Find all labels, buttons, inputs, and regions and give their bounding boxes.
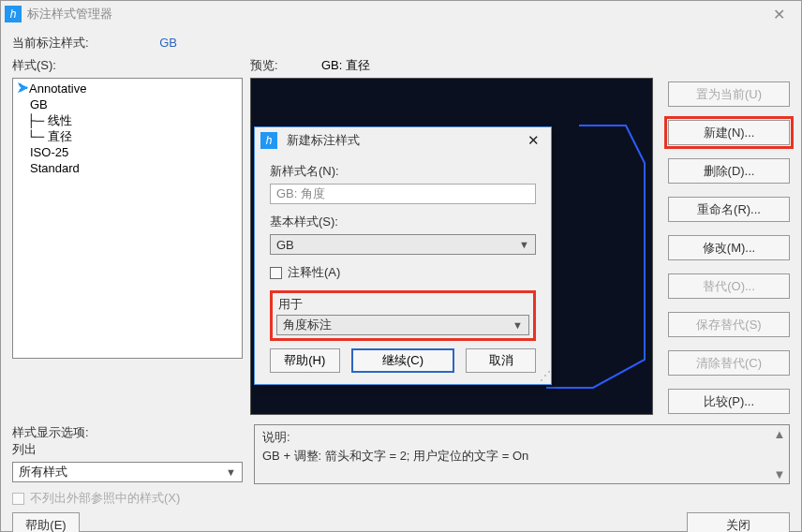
close-icon[interactable]: ✕ — [760, 6, 797, 23]
xref-checkbox[interactable] — [12, 493, 24, 505]
tree-item-iso25[interactable]: ISO-25 — [17, 144, 238, 160]
override-button[interactable]: 替代(O)... — [668, 273, 790, 299]
new-name-label: 新样式名(N): — [270, 163, 536, 180]
scroll-up-icon[interactable]: ▲ — [774, 427, 786, 441]
base-style-value: GB — [276, 238, 294, 252]
preview-shape-icon — [542, 116, 654, 416]
window-title: 标注样式管理器 — [27, 6, 760, 22]
side-buttons: 置为当前(U) 新建(N)... 删除(D)... 重命名(R)... 修改(M… — [668, 57, 790, 415]
dialog-help-button[interactable]: 帮助(H) — [270, 348, 340, 373]
help-button[interactable]: 帮助(E) — [12, 512, 80, 532]
rename-button[interactable]: 重命名(R)... — [668, 197, 790, 222]
new-button[interactable]: 新建(N)... — [668, 120, 790, 145]
tree-item-standard[interactable]: Standard — [17, 160, 238, 176]
used-for-value: 角度标注 — [283, 317, 332, 333]
description-text: GB + 调整: 箭头和文字 = 2; 用户定位的文字 = On — [262, 448, 781, 465]
highlight-used-for: 用于 角度标注 ▼ — [270, 290, 536, 341]
cancel-button[interactable]: 取消 — [466, 348, 536, 373]
xref-checkbox-label: 不列出外部参照中的样式(X) — [30, 490, 180, 507]
used-for-label: 用于 — [278, 296, 527, 313]
tree-item-gb-linear[interactable]: ├─ 线性 — [17, 112, 238, 128]
app-icon: h — [260, 132, 277, 149]
styles-label: 样式(S): — [12, 57, 243, 74]
base-style-label: 基本样式(S): — [270, 214, 536, 230]
delete-button[interactable]: 删除(D)... — [668, 158, 790, 184]
new-name-input[interactable]: GB: 角度 — [270, 184, 536, 204]
chevron-down-icon: ▼ — [226, 466, 236, 478]
clear-override-button[interactable]: 清除替代(C) — [668, 350, 790, 376]
titlebar: h 标注样式管理器 ✕ — [1, 1, 801, 27]
continue-button[interactable]: 继续(C) — [351, 348, 455, 373]
description-panel: 说明: GB + 调整: 箭头和文字 = 2; 用户定位的文字 = On ▲ ▼ — [254, 424, 790, 484]
save-override-button[interactable]: 保存替代(S) — [668, 312, 790, 337]
scroll-down-icon[interactable]: ▼ — [774, 467, 786, 481]
current-style-label: 当前标注样式: — [12, 36, 89, 50]
modify-button[interactable]: 修改(M)... — [668, 235, 790, 260]
annotative-checkbox[interactable] — [270, 267, 282, 279]
dialog-close-icon[interactable]: ✕ — [522, 132, 545, 149]
preview-label: 预览: — [250, 57, 306, 74]
list-label: 列出 — [12, 441, 243, 458]
app-icon: h — [5, 6, 22, 22]
chevron-down-icon: ▼ — [512, 319, 523, 331]
new-dimstyle-dialog: h 新建标注样式 ✕ 新样式名(N): GB: 角度 基本样式(S): GB ▼… — [254, 126, 552, 385]
styles-tree[interactable]: ⮞Annotative GB ├─ 线性 └─ 直径 ISO-25 Standa… — [12, 78, 243, 359]
display-options: 样式显示选项: 列出 所有样式 ▼ 不列出外部参照中的样式(X) — [12, 424, 243, 507]
display-options-label: 样式显示选项: — [12, 424, 243, 441]
annotative-label: 注释性(A) — [288, 264, 340, 281]
resize-grip-icon[interactable]: ⋰ — [540, 369, 549, 382]
tree-item-gb-diameter[interactable]: └─ 直径 — [17, 128, 238, 144]
compare-button[interactable]: 比较(P)... — [668, 389, 790, 414]
description-label: 说明: — [262, 429, 781, 446]
preview-value: GB: 直径 — [321, 57, 370, 74]
dialog-titlebar: h 新建标注样式 ✕ — [255, 127, 551, 154]
current-style-row: 当前标注样式: GB — [12, 35, 790, 52]
base-style-combo[interactable]: GB ▼ — [270, 234, 536, 255]
used-for-combo[interactable]: 角度标注 ▼ — [276, 315, 529, 335]
description-scroll[interactable]: ▲ ▼ — [772, 427, 787, 481]
dialog-title: 新建标注样式 — [287, 132, 522, 149]
close-button[interactable]: 关闭 — [687, 512, 790, 532]
preview-header: 预览: GB: 直径 — [250, 57, 661, 74]
chevron-down-icon: ▼ — [519, 239, 529, 250]
tree-item-gb[interactable]: GB — [17, 96, 238, 112]
dimstyle-manager-window: h 标注样式管理器 ✕ 当前标注样式: GB 样式(S): ⮞Annotativ… — [0, 0, 802, 532]
set-current-button[interactable]: 置为当前(U) — [668, 81, 790, 107]
current-style-value: GB — [159, 36, 177, 50]
list-filter-value: 所有样式 — [19, 464, 67, 480]
tree-item-annotative[interactable]: ⮞Annotative — [17, 81, 238, 96]
list-filter-combo[interactable]: 所有样式 ▼ — [12, 462, 243, 482]
